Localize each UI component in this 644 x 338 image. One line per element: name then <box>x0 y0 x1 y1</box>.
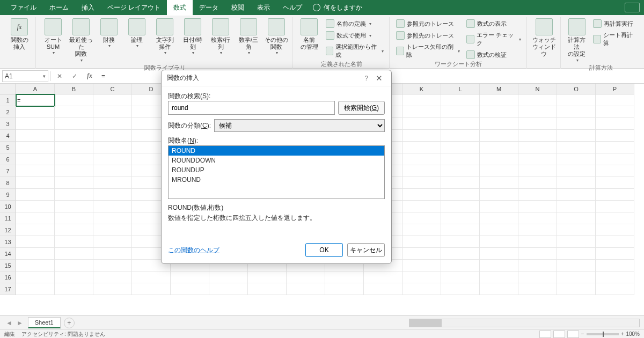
cell[interactable] <box>480 130 518 142</box>
cell[interactable] <box>55 177 93 189</box>
cell[interactable] <box>55 283 93 295</box>
cell[interactable] <box>518 165 557 177</box>
cell[interactable] <box>518 130 557 142</box>
fx-icon[interactable]: fx <box>83 70 96 82</box>
row-header[interactable]: 2 <box>0 106 16 118</box>
cell[interactable] <box>55 201 93 212</box>
cell[interactable] <box>93 236 132 248</box>
cell[interactable] <box>518 142 557 153</box>
cell[interactable] <box>55 130 93 142</box>
cell[interactable] <box>480 118 518 130</box>
ribbon-small-btn[interactable]: 選択範囲から作成 <box>324 42 386 60</box>
cell[interactable] <box>557 212 596 224</box>
cell[interactable] <box>596 201 634 212</box>
cell[interactable] <box>518 212 557 224</box>
dialog-close-icon[interactable]: ✕ <box>372 74 386 83</box>
cell[interactable] <box>16 224 55 236</box>
function-option[interactable]: ROUNDUP <box>169 165 384 175</box>
cell[interactable] <box>16 165 55 177</box>
cell[interactable] <box>441 118 480 130</box>
cell[interactable] <box>402 106 441 118</box>
enter-formula-icon[interactable]: ✓ <box>68 70 81 82</box>
cell[interactable] <box>596 142 634 153</box>
row-header[interactable]: 11 <box>0 212 16 224</box>
ribbon-btn[interactable]: 数学/三角 <box>236 17 261 56</box>
cell[interactable] <box>93 153 132 165</box>
cell[interactable] <box>16 106 55 118</box>
menu-tab-5[interactable]: データ <box>193 0 225 16</box>
cell[interactable] <box>93 165 132 177</box>
menu-tab-6[interactable]: 校閲 <box>225 0 251 16</box>
cell[interactable] <box>209 283 248 295</box>
cell[interactable] <box>287 271 325 283</box>
cell[interactable] <box>557 153 596 165</box>
cell[interactable] <box>596 189 634 201</box>
cell[interactable] <box>480 153 518 165</box>
row-header[interactable]: 17 <box>0 283 16 295</box>
row-header[interactable]: 15 <box>0 260 16 271</box>
cell[interactable] <box>557 201 596 212</box>
cell[interactable] <box>518 224 557 236</box>
menu-tab-1[interactable]: ホーム <box>43 0 75 16</box>
cell[interactable] <box>480 236 518 248</box>
cell[interactable] <box>518 248 557 260</box>
row-header[interactable]: 14 <box>0 248 16 260</box>
cell[interactable] <box>55 260 93 271</box>
cell[interactable] <box>480 106 518 118</box>
cell[interactable] <box>480 201 518 212</box>
cell[interactable] <box>518 236 557 248</box>
cell[interactable] <box>596 153 634 165</box>
cell[interactable] <box>402 118 441 130</box>
cell[interactable] <box>93 212 132 224</box>
insert-function-button[interactable]: fx 関数の挿入 <box>6 17 32 52</box>
column-header[interactable]: O <box>557 84 596 94</box>
cell[interactable] <box>16 118 55 130</box>
cell[interactable] <box>441 260 480 271</box>
cell[interactable] <box>596 94 634 106</box>
cell[interactable] <box>557 283 596 295</box>
row-header[interactable]: 16 <box>0 271 16 283</box>
cell[interactable] <box>557 142 596 153</box>
cell[interactable] <box>16 142 55 153</box>
cell[interactable] <box>518 118 557 130</box>
menu-tab-8[interactable]: ヘルプ <box>276 0 309 16</box>
cell[interactable] <box>287 283 325 295</box>
ribbon-small-btn[interactable]: トレース矢印の削除 <box>394 42 462 60</box>
cell[interactable] <box>55 271 93 283</box>
cell[interactable] <box>518 94 557 106</box>
calculation-options-button[interactable]: 計算方法の設定 <box>565 17 589 64</box>
row-header[interactable]: 10 <box>0 201 16 212</box>
cell[interactable] <box>480 224 518 236</box>
ribbon-small-btn[interactable]: 名前の定義 <box>324 18 386 29</box>
menu-tab-7[interactable]: 表示 <box>251 0 276 16</box>
cell[interactable] <box>93 201 132 212</box>
cell[interactable] <box>402 142 441 153</box>
page-layout-view-button[interactable] <box>553 330 565 338</box>
cell[interactable] <box>402 248 441 260</box>
column-header[interactable]: C <box>93 84 132 94</box>
cell[interactable] <box>441 283 480 295</box>
sheet-nav-next-icon[interactable]: ► <box>15 319 25 327</box>
cell[interactable] <box>596 224 634 236</box>
function-help-link[interactable]: この関数のヘルプ <box>168 246 219 255</box>
cell[interactable] <box>325 283 364 295</box>
cell[interactable] <box>16 248 55 260</box>
cell[interactable] <box>55 189 93 201</box>
cell[interactable] <box>16 212 55 224</box>
cell[interactable] <box>93 260 132 271</box>
cell[interactable] <box>248 283 287 295</box>
cell[interactable] <box>402 201 441 212</box>
cell[interactable] <box>557 236 596 248</box>
cell[interactable] <box>93 130 132 142</box>
cell[interactable] <box>16 260 55 271</box>
column-header[interactable]: B <box>55 84 93 94</box>
cell[interactable] <box>557 130 596 142</box>
cell[interactable] <box>518 260 557 271</box>
ribbon-small-btn[interactable]: 参照先のトレース <box>394 30 462 41</box>
cell[interactable] <box>55 236 93 248</box>
cell[interactable] <box>596 130 634 142</box>
cell[interactable] <box>441 177 480 189</box>
cell[interactable] <box>480 177 518 189</box>
cell[interactable] <box>441 201 480 212</box>
cell[interactable] <box>171 271 209 283</box>
